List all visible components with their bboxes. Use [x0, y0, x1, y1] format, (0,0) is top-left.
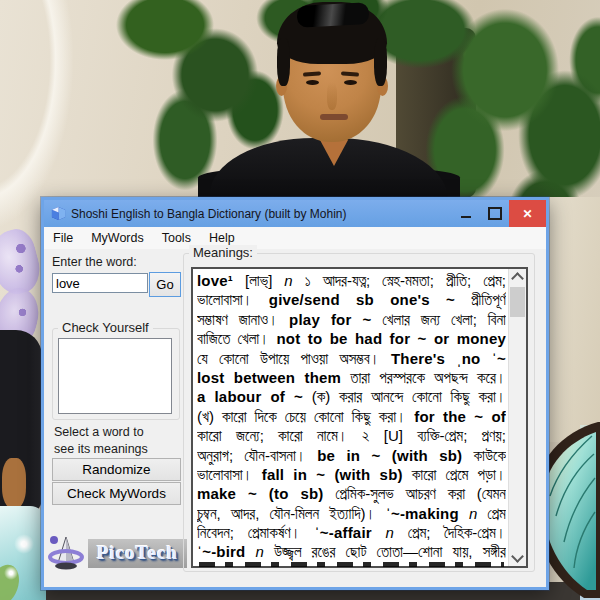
minimize-button[interactable] [451, 200, 480, 227]
minimize-icon [461, 216, 471, 218]
sparkle [4, 566, 18, 580]
meaning-line: (খ) কারো দিকে চেয়ে কোনো কিছু করা। for t… [197, 407, 506, 426]
scroll-down-button[interactable] [509, 550, 526, 566]
meaning-line: make ~ (to sb) প্রেমিক-সুলভ আচরণ করা (যে… [197, 484, 506, 503]
meaning-line: ভালোবাসা। fall in ~ (with sb) কারো প্রেম… [197, 465, 506, 484]
meaning-line: চুম্বন, আদর, যৌন-মিলন ইত্যাদি)। ˈ~-makin… [197, 504, 506, 523]
picotech-wizard-icon [46, 533, 86, 573]
picotech-wordmark: PicoTech [88, 539, 187, 568]
check-mywords-button[interactable]: Check MyWords [52, 482, 181, 505]
menu-file[interactable]: File [44, 227, 82, 249]
man-nose [327, 82, 337, 110]
meanings-group: Meanings: love¹ [লাভ্] n ১ আদর-যত্ন; স্ন… [183, 253, 535, 572]
menu-mywords[interactable]: MyWords [82, 227, 153, 249]
check-yourself-group: Check Yourself [52, 328, 180, 420]
meaning-line: বাজিতে খেলা। not to be had for ~ or mone… [197, 329, 506, 348]
man-hand-left-edge [2, 458, 26, 508]
chevron-up-icon [511, 272, 524, 285]
maximize-icon [488, 207, 502, 220]
man-mouth [320, 114, 348, 120]
man-eye [344, 80, 357, 85]
wall-right-strip [543, 197, 600, 442]
screen: Shoshi English to Bangla Dictionary (bui… [0, 0, 600, 600]
title-bar[interactable]: Shoshi English to Bangla Dictionary (bui… [44, 200, 546, 227]
sparkle [14, 534, 34, 554]
vertical-scrollbar[interactable] [508, 269, 526, 566]
check-yourself-listbox[interactable] [58, 338, 172, 414]
hint-line: see its meanings [54, 441, 148, 458]
meanings-label: Meanings: [189, 245, 257, 260]
scroll-up-button[interactable] [509, 269, 526, 285]
picotech-logo: PicoTech [46, 533, 187, 573]
randomize-button[interactable]: Randomize [52, 458, 181, 481]
scrollbar-thumb[interactable] [510, 287, 525, 317]
select-word-hint: Select a word to see its meanings [54, 424, 148, 458]
word-input[interactable] [52, 273, 148, 293]
meanings-text[interactable]: love¹ [লাভ্] n ১ আদর-যত্ন; স্নেহ-মমতা; প… [197, 271, 506, 566]
meaning-line: নিবেদন; প্রেমাকর্ষণ। ˈ~-affair n প্রেম; … [197, 523, 506, 542]
meaning-line: কারো জন্যে; কারো নামে। ২ [U] ব্যক্তি-প্র… [197, 426, 506, 445]
close-icon: ✕ [522, 208, 532, 220]
menu-bar: File MyWords Tools Help [44, 227, 546, 250]
man-hair-side [277, 38, 290, 86]
maximize-button[interactable] [480, 200, 509, 227]
meanings-textbox[interactable]: love¹ [লাভ্] n ১ আদর-যত্ন; স্নেহ-মমতা; প… [191, 267, 528, 568]
check-yourself-title: Check Yourself [58, 320, 153, 335]
man-eye [306, 80, 319, 85]
clipped-text-line [199, 562, 504, 567]
sunglasses-on-head [296, 2, 369, 28]
close-button[interactable]: ✕ [509, 200, 546, 227]
go-button[interactable]: Go [149, 272, 181, 297]
meaning-line: অনুরাগ; যৌন-বাসনা। be in ~ (with sb) কাউ… [197, 446, 506, 465]
meaning-line: love¹ [লাভ্] n ১ আদর-যত্ন; স্নেহ-মমতা; প… [197, 271, 506, 290]
enter-word-label: Enter the word: [52, 255, 137, 269]
dictionary-window: Shoshi English to Bangla Dictionary (bui… [41, 197, 549, 590]
window-title: Shoshi English to Bangla Dictionary (bui… [71, 207, 346, 221]
hint-line: Select a word to [54, 424, 148, 441]
meaning-line: lost between them তারা পরস্পরকে অপছন্দ ক… [197, 368, 506, 387]
meaning-line: ভালোবাসা। give/send sb one's ~ প্রীতিপূর… [197, 290, 506, 309]
meaning-line: যে কোনো উপায়ে পাওয়া অসম্ভব। There's ˌn… [197, 349, 506, 368]
chevron-down-icon [511, 550, 524, 563]
meaning-line: ˈ~-bird n উজ্জ্বল রঙের ছোট তোতা—শোনা যায… [197, 542, 506, 561]
app-book-icon [51, 206, 66, 221]
man-hair-side [374, 38, 387, 86]
meaning-line: সম্ভাষণ জানাও। play for ~ খেলার জন্য খেল… [197, 310, 506, 329]
meaning-line: a labour of ~ (ক) করার আনন্দে কোনো কিছু … [197, 387, 506, 406]
client-area: Enter the word: Go Check Yourself Select… [44, 250, 546, 582]
